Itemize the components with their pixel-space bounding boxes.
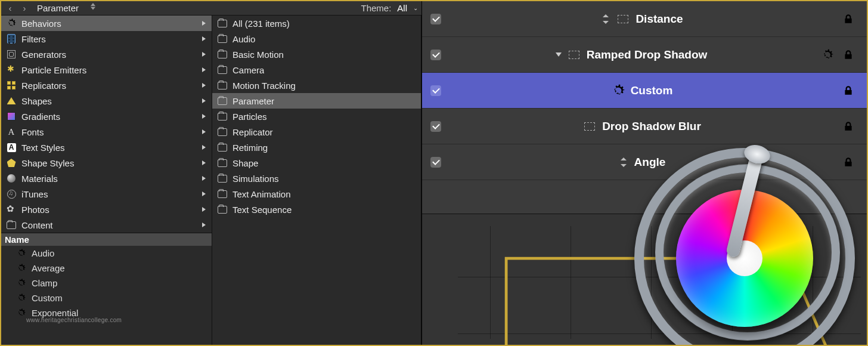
lock-icon[interactable] [843, 50, 854, 60]
folder-icon [6, 220, 17, 230]
subcategory-label: Text Sequence [232, 205, 292, 215]
subcategory-label: Basic Motion [232, 50, 284, 60]
layer-row-custom[interactable]: Custom [422, 73, 867, 109]
visibility-checkbox[interactable] [430, 50, 441, 60]
subcategory-label: Motion Tracking [232, 81, 296, 91]
category-label: Materials [21, 174, 58, 184]
lock-icon[interactable] [843, 14, 854, 24]
mat-icon [6, 173, 17, 184]
chevron-right-icon [202, 21, 206, 26]
subcategory-item-retiming[interactable]: Retiming [212, 140, 421, 155]
layer-list: DistanceRamped Drop ShadowCustomDrop Sha… [422, 1, 867, 180]
category-item-generators[interactable]: Generators [1, 47, 212, 62]
subcategory-item-particles[interactable]: Particles [212, 109, 421, 124]
chevron-right-icon [202, 160, 206, 165]
category-label: Shapes [21, 96, 52, 106]
gear-icon[interactable] [822, 49, 833, 61]
chevron-right-icon [202, 52, 206, 57]
category-item-filters[interactable]: Filters [1, 31, 212, 47]
nav-forward-icon[interactable]: › [19, 3, 30, 13]
subcategory-label: Parameter [232, 96, 274, 106]
category-item-particle-emitters[interactable]: Particle Emitters [1, 62, 212, 78]
lock-icon[interactable] [843, 85, 854, 96]
gen-icon [6, 49, 17, 60]
subcategory-item-simulations[interactable]: Simulations [212, 171, 421, 186]
visibility-checkbox[interactable] [430, 85, 441, 96]
visibility-checkbox[interactable] [430, 157, 441, 168]
layer-row-drop-shadow-blur[interactable]: Drop Shadow Blur [422, 109, 867, 144]
category-label: Fonts [21, 127, 44, 137]
subcategory-item-replicator[interactable]: Replicator [212, 124, 421, 140]
subcategory-item-parameter[interactable]: Parameter [212, 93, 421, 109]
category-item-materials[interactable]: Materials [1, 171, 212, 186]
folder-icon [217, 18, 228, 29]
subcategory-item-basic-motion[interactable]: Basic Motion [212, 47, 421, 62]
behavior-item-audio[interactable]: Audio [1, 246, 212, 261]
font-icon: A [6, 126, 17, 137]
category-label: Shape Styles [21, 158, 74, 168]
layer-label: Angle [634, 156, 666, 169]
subcategory-label: Replicator [232, 127, 273, 137]
pent-icon [6, 157, 17, 168]
lock-icon[interactable] [843, 121, 854, 132]
category-item-content[interactable]: Content [1, 217, 212, 233]
folder-icon [217, 49, 228, 60]
folder-icon [217, 95, 228, 106]
behavior-item-custom[interactable]: Custom [1, 291, 212, 305]
name-column-header[interactable]: Name [1, 233, 212, 246]
layer-row-angle[interactable]: Angle [422, 144, 867, 180]
behavior-label: Audio [32, 248, 54, 258]
disclose-down-icon[interactable] [556, 52, 562, 57]
film-icon [6, 33, 17, 44]
lock-icon[interactable] [843, 157, 854, 168]
folder-icon [217, 126, 228, 137]
subcategory-item-audio[interactable]: Audio [212, 31, 421, 47]
watermark-text: www.heritagechristiancollege.com [26, 317, 122, 323]
category-item-gradients[interactable]: Gradients [1, 109, 212, 124]
category-item-shape-styles[interactable]: Shape Styles [1, 155, 212, 171]
subcategory-item-shape[interactable]: Shape [212, 155, 421, 171]
chevron-right-icon [202, 98, 206, 103]
category-item-itunes[interactable]: iTunes [1, 186, 212, 202]
subcategory-item-text-animation[interactable]: Text Animation [212, 186, 421, 202]
subcategory-item-camera[interactable]: Camera [212, 62, 421, 78]
gear-icon [17, 294, 26, 302]
nav-back-icon[interactable]: ‹ [5, 3, 16, 13]
gear-icon [612, 85, 625, 97]
category-item-fonts[interactable]: AFonts [1, 124, 212, 140]
subcategory-item-motion-tracking[interactable]: Motion Tracking [212, 78, 421, 93]
folder-icon [217, 64, 228, 75]
subcategory-label: Shape [232, 158, 258, 168]
behavior-label: Clamp [32, 278, 57, 288]
layer-row-ramped-drop-shadow[interactable]: Ramped Drop Shadow [422, 37, 867, 73]
subcategory-item-all-231-items-[interactable]: All (231 items) [212, 16, 421, 31]
visibility-checkbox[interactable] [430, 14, 441, 24]
layer-row-distance[interactable]: Distance [422, 1, 867, 37]
category-label: Content [21, 220, 53, 230]
theme-value[interactable]: All [397, 3, 407, 13]
keyframe-graph[interactable]: Ramped Drop Shadow ✕ Animated Ramped Dro… [422, 214, 867, 345]
itunes-icon [6, 189, 17, 199]
category-item-shapes[interactable]: Shapes [1, 93, 212, 109]
chevron-right-icon [202, 129, 206, 134]
behavior-item-clamp[interactable]: Clamp [1, 276, 212, 291]
breadcrumb-parameter[interactable]: Parameter [33, 3, 103, 13]
chevron-down-icon[interactable]: ⌄ [413, 5, 418, 11]
folder-icon [217, 173, 228, 184]
visibility-checkbox[interactable] [430, 121, 441, 132]
category-label: Behaviors [21, 18, 61, 29]
behavior-item-average[interactable]: Average [1, 261, 212, 276]
chevron-right-icon [202, 114, 206, 119]
subcategory-item-text-sequence[interactable]: Text Sequence [212, 202, 421, 217]
layer-thumb-icon [616, 13, 630, 25]
category-item-behaviors[interactable]: Behaviors [1, 16, 212, 31]
category-item-text-styles[interactable]: AText Styles [1, 140, 212, 155]
subcategory-label: Retiming [232, 143, 268, 153]
gear-icon [6, 18, 17, 29]
category-item-photos[interactable]: Photos [1, 202, 212, 217]
stepper-icon[interactable] [601, 13, 610, 25]
category-item-replicators[interactable]: Replicators [1, 78, 212, 93]
theme-label: Theme: [361, 3, 391, 13]
stepper-icon[interactable] [619, 156, 628, 168]
folder-icon [217, 189, 228, 199]
